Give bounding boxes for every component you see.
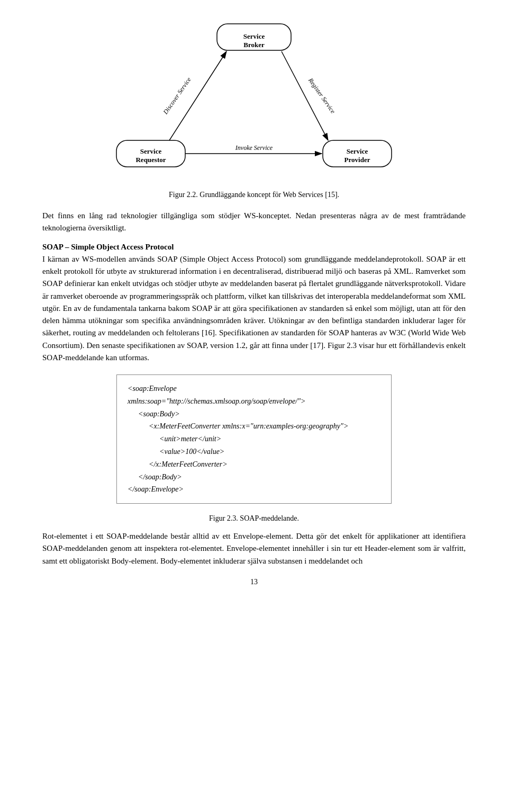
svg-text:Requestor: Requestor xyxy=(135,156,166,164)
paragraph-1: Det finns en lång rad teknologier tillgä… xyxy=(42,210,466,235)
soap-heading: SOAP – Simple Object Access Protocol xyxy=(42,243,174,251)
figure-caption-2: Figur 2.3. SOAP-meddelande. xyxy=(42,514,466,523)
web-services-diagram: Service Broker Service Requestor Service… xyxy=(101,16,407,185)
soap-paragraph: I kärnan av WS-modellen används SOAP (Si… xyxy=(42,255,466,362)
code-line-7: </x:MeterFeetConverter> xyxy=(128,458,380,471)
code-box: <soap:Envelope xmlns:soap="http://schema… xyxy=(116,374,392,504)
code-line-1: <soap:Envelope xyxy=(128,382,380,395)
code-line-2: xmlns:soap="http://schemas.xmlsoap.org/s… xyxy=(128,395,380,408)
svg-text:Discover Service: Discover Service xyxy=(161,76,193,116)
diagram-container: Service Broker Service Requestor Service… xyxy=(42,16,466,185)
svg-text:Service: Service xyxy=(140,147,162,155)
svg-text:Invoke Service: Invoke Service xyxy=(235,144,273,151)
svg-text:Service: Service xyxy=(243,32,265,40)
soap-section: SOAP – Simple Object Access Protocol I k… xyxy=(42,241,466,364)
code-line-6: <value>100</value> xyxy=(128,445,380,458)
page: Service Broker Service Requestor Service… xyxy=(0,0,508,812)
page-number: 13 xyxy=(42,578,466,586)
figure-caption-1: Figur 2.2. Grundläggande koncept för Web… xyxy=(42,191,466,199)
svg-text:Register Service: Register Service xyxy=(307,76,337,115)
code-line-9: </soap:Envelope> xyxy=(128,483,380,496)
svg-text:Provider: Provider xyxy=(344,156,370,164)
code-line-3: <soap:Body> xyxy=(128,408,380,421)
code-line-8: </soap:Body> xyxy=(128,471,380,484)
paragraph-3: Rot-elementet i ett SOAP-meddelande best… xyxy=(42,530,466,567)
svg-text:Service: Service xyxy=(347,147,368,155)
svg-text:Broker: Broker xyxy=(243,41,265,49)
code-line-5: <unit>meter</unit> xyxy=(128,433,380,445)
code-line-4: <x:MeterFeetConverter xmlns:x="urn:examp… xyxy=(128,420,380,433)
